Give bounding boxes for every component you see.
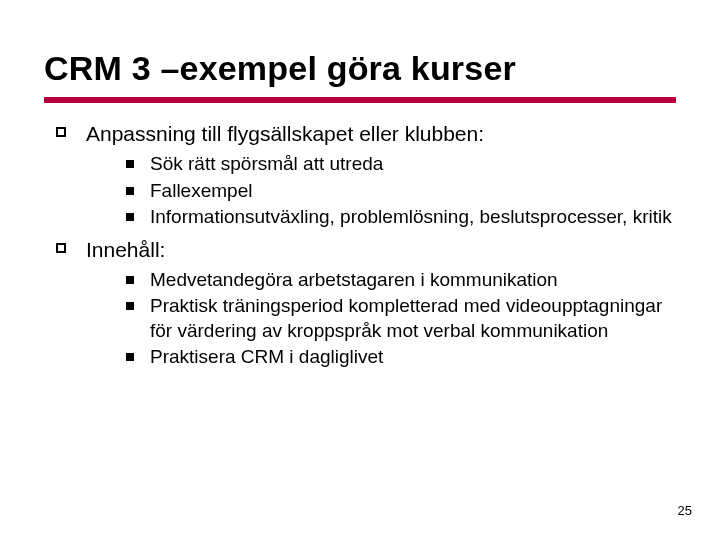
section-heading: Innehåll:	[86, 238, 165, 261]
bullet-list-level1: Anpassning till flygsällskapet eller klu…	[44, 121, 676, 369]
section-item: Anpassning till flygsällskapet eller klu…	[52, 121, 676, 229]
bullet-list-level2: Sök rätt spörsmål att utreda Fallexempel…	[86, 152, 676, 229]
bullet-list-level2: Medvetandegöra arbetstagaren i kommunika…	[86, 268, 676, 369]
list-item: Medvetandegöra arbetstagaren i kommunika…	[120, 268, 676, 292]
slide-content: Anpassning till flygsällskapet eller klu…	[44, 121, 676, 369]
title-underline	[44, 97, 676, 103]
slide-title: CRM 3 –exempel göra kurser	[44, 50, 676, 87]
list-item: Fallexempel	[120, 179, 676, 203]
page-number: 25	[678, 503, 692, 518]
list-item: Sök rätt spörsmål att utreda	[120, 152, 676, 176]
list-item: Informationsutväxling, problemlösning, b…	[120, 205, 676, 229]
list-item: Praktisk träningsperiod kompletterad med…	[120, 294, 676, 343]
slide: CRM 3 –exempel göra kurser Anpassning ti…	[0, 0, 720, 540]
section-heading: Anpassning till flygsällskapet eller klu…	[86, 122, 484, 145]
section-item: Innehåll: Medvetandegöra arbetstagaren i…	[52, 237, 676, 369]
list-item: Praktisera CRM i dagliglivet	[120, 345, 676, 369]
